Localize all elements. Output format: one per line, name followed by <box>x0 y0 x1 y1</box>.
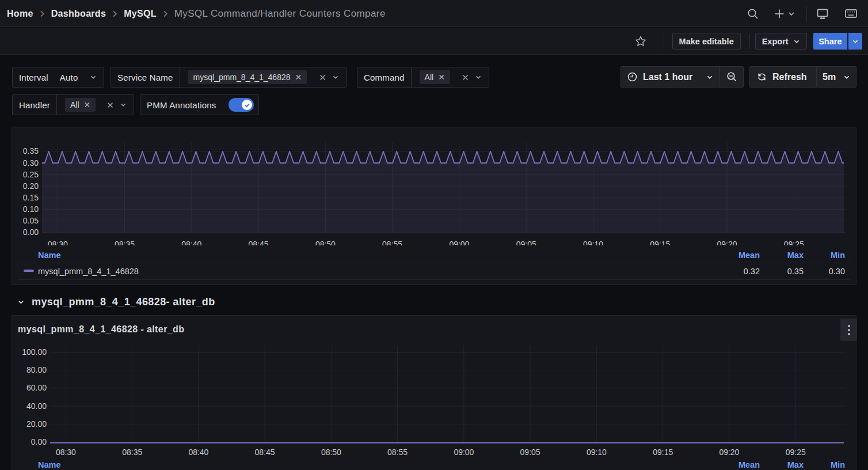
svg-text:100.00: 100.00 <box>22 347 47 357</box>
svg-text:08:55: 08:55 <box>382 240 402 246</box>
svg-text:08:45: 08:45 <box>249 240 269 246</box>
svg-text:0.25: 0.25 <box>23 170 39 179</box>
svg-text:0.30: 0.30 <box>23 158 39 168</box>
svg-text:09:10: 09:10 <box>587 448 607 457</box>
svg-text:0.35: 0.35 <box>23 146 39 156</box>
svg-text:09:15: 09:15 <box>650 240 670 246</box>
svg-text:0.00: 0.00 <box>31 437 47 446</box>
svg-text:08:30: 08:30 <box>48 240 68 246</box>
svg-text:80.00: 80.00 <box>26 365 47 374</box>
svg-text:0.20: 0.20 <box>23 181 39 191</box>
svg-text:09:05: 09:05 <box>520 448 540 457</box>
svg-text:08:40: 08:40 <box>181 240 201 246</box>
svg-text:08:50: 08:50 <box>315 240 336 246</box>
svg-text:09:00: 09:00 <box>449 240 469 246</box>
svg-text:40.00: 40.00 <box>26 401 47 411</box>
svg-text:09:25: 09:25 <box>784 240 804 246</box>
svg-text:09:20: 09:20 <box>717 240 737 246</box>
svg-text:0.05: 0.05 <box>23 216 39 225</box>
svg-text:20.00: 20.00 <box>26 419 47 429</box>
svg-text:08:40: 08:40 <box>188 448 208 457</box>
svg-text:0.00: 0.00 <box>23 228 39 237</box>
svg-text:0.10: 0.10 <box>23 204 39 214</box>
svg-text:08:35: 08:35 <box>115 240 135 246</box>
svg-text:09:20: 09:20 <box>719 448 739 457</box>
svg-text:09:15: 09:15 <box>653 448 673 457</box>
svg-text:09:10: 09:10 <box>583 240 603 246</box>
svg-text:08:50: 08:50 <box>321 448 341 457</box>
svg-text:08:55: 08:55 <box>387 448 408 457</box>
svg-text:0.15: 0.15 <box>23 193 39 202</box>
svg-text:09:05: 09:05 <box>516 240 536 246</box>
svg-text:60.00: 60.00 <box>26 383 47 392</box>
svg-text:08:45: 08:45 <box>255 448 275 457</box>
svg-text:09:00: 09:00 <box>454 448 474 457</box>
svg-text:08:30: 08:30 <box>56 448 76 457</box>
svg-text:08:35: 08:35 <box>122 448 142 457</box>
svg-text:09:25: 09:25 <box>786 448 806 457</box>
